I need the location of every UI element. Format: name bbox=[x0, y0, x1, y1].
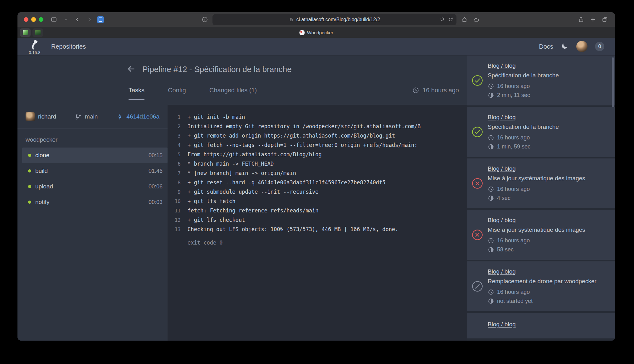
fullscreen-window-button[interactable] bbox=[39, 17, 43, 22]
step-status-dot bbox=[28, 201, 31, 204]
woodpecker-bird-icon bbox=[30, 40, 40, 50]
extension-info-icon[interactable] bbox=[201, 16, 209, 24]
pinned-tab-2-favicon bbox=[35, 30, 41, 35]
build-duration-text: 58 sec bbox=[497, 246, 514, 253]
tab-overview-icon[interactable] bbox=[601, 16, 609, 24]
clock-icon bbox=[488, 83, 494, 90]
counter-badge[interactable]: 0 bbox=[595, 42, 604, 51]
back-button[interactable] bbox=[73, 16, 81, 24]
back-arrow-icon[interactable] bbox=[127, 64, 137, 74]
build-entry[interactable]: Blog / blog bbox=[467, 313, 615, 338]
address-bar[interactable]: ci.athaliasoft.com/Blog/blog/build/12/2 bbox=[212, 14, 456, 25]
active-tab[interactable]: Woodpecker bbox=[299, 27, 333, 38]
pinned-tab-2[interactable] bbox=[32, 28, 43, 37]
line-number: 12 bbox=[169, 217, 181, 223]
extension-icon-blue[interactable] bbox=[97, 16, 104, 23]
line-number: 4 bbox=[169, 142, 181, 148]
line-number: 9 bbox=[169, 189, 181, 195]
privacy-shield-icon[interactable] bbox=[440, 17, 445, 22]
reload-icon[interactable] bbox=[448, 17, 453, 22]
clock-icon bbox=[488, 237, 494, 244]
sidebar-chevron-down-icon[interactable] bbox=[61, 16, 70, 24]
step-status-dot bbox=[28, 185, 31, 188]
browser-toolbar: ci.athaliasoft.com/Blog/blog/build/12/2 bbox=[17, 12, 615, 27]
tab-strip: Woodpecker bbox=[17, 27, 615, 38]
build-entry[interactable]: Blog / blog Spécification de la branche … bbox=[467, 107, 615, 157]
log-line: 3+ git remote add origin https://git.ath… bbox=[169, 131, 467, 140]
build-time-text: 16 hours ago bbox=[497, 186, 530, 192]
pipeline-time-text: 16 hours ago bbox=[422, 87, 459, 94]
log-line: 6* branch main -> FETCH_HEAD bbox=[169, 159, 467, 168]
status-not-started-icon bbox=[471, 280, 483, 292]
build-author: richard bbox=[26, 112, 56, 121]
pinned-tab-1[interactable] bbox=[20, 28, 31, 37]
user-avatar[interactable] bbox=[576, 41, 588, 52]
woodpecker-app: 0.15.8 Repositories Docs 0 bbox=[17, 38, 615, 341]
author-avatar bbox=[26, 112, 35, 121]
line-number: 6 bbox=[169, 161, 181, 167]
line-number: 2 bbox=[169, 124, 181, 129]
build-entry[interactable]: Blog / blog Spécification de la branche … bbox=[467, 56, 615, 105]
repo-link[interactable]: Blog / blog bbox=[488, 62, 516, 69]
build-duration: 58 sec bbox=[488, 246, 611, 253]
line-text: + git init -b main bbox=[188, 114, 245, 120]
lock-icon bbox=[289, 17, 294, 22]
build-commit[interactable]: 4614d1e06a bbox=[116, 113, 159, 120]
dark-mode-toggle-icon[interactable] bbox=[561, 42, 569, 51]
status-icon bbox=[471, 320, 483, 332]
nav-repositories-link[interactable]: Repositories bbox=[51, 43, 86, 50]
cloud-tabs-icon[interactable] bbox=[472, 16, 480, 24]
woodpecker-logo[interactable]: 0.15.8 bbox=[26, 40, 44, 55]
home-icon[interactable] bbox=[460, 16, 468, 24]
build-duration-text: not started yet bbox=[497, 298, 533, 304]
line-text: + git remote add origin https://git.atha… bbox=[188, 133, 395, 139]
repo-link[interactable]: Blog / blog bbox=[488, 268, 516, 275]
step-notify[interactable]: notify 00:03 bbox=[22, 194, 168, 210]
line-text: + git lfs checkout bbox=[188, 217, 245, 223]
step-build[interactable]: build 01:46 bbox=[22, 163, 168, 179]
build-duration: 4 sec bbox=[488, 195, 611, 201]
build-entry[interactable]: Blog / blog Remplacement de drone par wo… bbox=[467, 261, 615, 311]
step-name: build bbox=[35, 167, 48, 174]
step-upload[interactable]: upload 00:06 bbox=[22, 179, 168, 194]
line-number: 1 bbox=[169, 114, 181, 120]
repo-link[interactable]: Blog / blog bbox=[488, 165, 516, 172]
build-duration-text: 1 min, 59 sec bbox=[497, 143, 530, 150]
build-time-text: 16 hours ago bbox=[497, 237, 530, 244]
branch-name: main bbox=[85, 113, 98, 120]
line-number: 13 bbox=[169, 226, 181, 232]
commit-icon bbox=[116, 113, 123, 120]
nav-docs-link[interactable]: Docs bbox=[539, 43, 553, 50]
tab-changed-files[interactable]: Changed files (1) bbox=[209, 87, 257, 100]
tab-tasks[interactable]: Tasks bbox=[129, 87, 144, 100]
step-clone[interactable]: clone 00:15 bbox=[22, 148, 168, 163]
build-entry[interactable]: Blog / blog Mise à jour systématique des… bbox=[467, 158, 615, 208]
build-duration-text: 2 min, 11 sec bbox=[497, 92, 530, 99]
new-tab-icon[interactable] bbox=[589, 16, 597, 24]
repo-link[interactable]: Blog / blog bbox=[488, 217, 516, 224]
tab-config[interactable]: Config bbox=[168, 87, 186, 100]
close-window-button[interactable] bbox=[24, 17, 28, 22]
build-time-text: 16 hours ago bbox=[497, 83, 530, 90]
pipeline-main: Pipeline #12 - Spécification de la branc… bbox=[17, 56, 467, 341]
status-success-icon bbox=[471, 126, 483, 138]
duration-icon bbox=[488, 246, 494, 253]
minimize-window-button[interactable] bbox=[31, 17, 36, 22]
forward-button[interactable] bbox=[85, 16, 93, 24]
build-entry[interactable]: Blog / blog Mise à jour systématique des… bbox=[467, 210, 615, 260]
line-text: * [new branch] main -> origin/main bbox=[188, 170, 296, 176]
branch-icon bbox=[75, 113, 82, 120]
step-duration: 01:46 bbox=[149, 168, 163, 174]
log-line: 12+ git lfs checkout bbox=[169, 215, 467, 225]
url-text: ci.athaliasoft.com/Blog/blog/build/12/2 bbox=[296, 17, 380, 22]
step-status-dot bbox=[28, 169, 31, 172]
duration-icon bbox=[488, 298, 494, 304]
sidebar-scrollbar[interactable] bbox=[612, 57, 614, 107]
line-text: + git submodule update --init --recursiv… bbox=[188, 189, 319, 195]
line-text: fetch: Fetching reference refs/heads/mai… bbox=[188, 207, 319, 214]
sidebar-toggle-icon[interactable] bbox=[50, 16, 58, 24]
share-icon[interactable] bbox=[577, 16, 585, 24]
repo-link[interactable]: Blog / blog bbox=[488, 321, 516, 328]
repo-link[interactable]: Blog / blog bbox=[488, 114, 516, 121]
clock-icon bbox=[488, 289, 494, 295]
